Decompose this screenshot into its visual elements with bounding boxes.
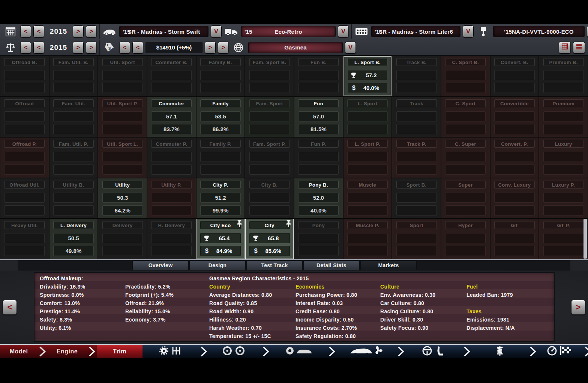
segment-fun-p[interactable]: Fun P. [294, 138, 343, 177]
segment-luxury-p[interactable]: Luxury P. [539, 178, 588, 218]
panel-next-button[interactable]: > [571, 300, 585, 315]
grid-view-button[interactable] [559, 42, 571, 54]
segment-offroad-p[interactable]: Offroad P. [0, 138, 49, 177]
segment-city-b[interactable]: City B. [245, 178, 294, 218]
segment-fam-util-b[interactable]: Fam. Util. B. [50, 56, 98, 96]
segment-track-p[interactable]: Track P. [392, 138, 441, 177]
nav-stage-wheels[interactable] [208, 345, 261, 358]
segment-l-sport[interactable]: L. Sport [344, 97, 392, 137]
year-back-fast-button[interactable]: < [20, 25, 31, 37]
segment-commuter-p[interactable]: Commuter P. [147, 138, 196, 177]
tab-markets[interactable]: Markets [360, 260, 417, 270]
segment-conv-luxury[interactable]: Conv. Luxury [490, 178, 539, 218]
segment-gt-p[interactable]: GT P. [539, 219, 588, 259]
segment-util-sport-p[interactable]: Util. Sport P. [98, 97, 147, 137]
pin-icon[interactable] [236, 220, 243, 229]
engine-family-dropdown[interactable]: '16 SR - Madrias - Storm Liter6 [371, 26, 460, 37]
segment-fam-sport-b[interactable]: Fam. Sport B. [245, 56, 294, 96]
segment-hyper[interactable]: Hyper [441, 219, 490, 259]
segment-c-super[interactable]: C. Super [441, 138, 490, 177]
segment-commuter[interactable]: Commuter57.183.7% [147, 97, 196, 137]
grid-scrollbar[interactable] [584, 219, 587, 259]
compare-year-back-fast-button[interactable]: < [20, 42, 31, 54]
segment-gt[interactable]: GT [490, 219, 539, 259]
pin-icon[interactable] [285, 220, 292, 229]
year-back-button[interactable]: < [33, 25, 44, 37]
segment-heavy-util[interactable]: Heavy Util. [0, 219, 49, 259]
nav-stage-model[interactable]: Model [0, 345, 38, 358]
segment-super[interactable]: Super [441, 178, 490, 218]
model-dropdown-toggle[interactable]: V [211, 25, 222, 37]
segment-track-b[interactable]: Track B. [392, 56, 441, 96]
nav-stage-trim[interactable]: Trim [97, 345, 142, 358]
tab-detail-stats[interactable]: Detail Stats [303, 260, 360, 270]
tab-test-track[interactable]: Test Track [246, 260, 303, 270]
segment-premium-b[interactable]: Premium B. [539, 56, 588, 96]
segment-fam-sport-p[interactable]: Fam. Sport P. [245, 138, 294, 177]
segment-offroad[interactable]: Offroad [0, 97, 49, 137]
segment-l-delivery[interactable]: L. Delivery50.549.8% [50, 219, 98, 259]
trim-dropdown[interactable]: '15 Eco-Retro [241, 26, 336, 37]
segment-c-sport-b[interactable]: C. Sport B. [441, 56, 490, 96]
list-view-button[interactable] [573, 42, 585, 54]
segment-util-sport[interactable]: Util. Sport [98, 56, 147, 96]
segment-family[interactable]: Family53.586.2% [196, 97, 245, 137]
segment-track[interactable]: Track [392, 97, 441, 137]
segment-utility-b[interactable]: Utility B. [50, 178, 98, 218]
panel-prev-button[interactable]: < [3, 300, 17, 315]
segment-sport-b[interactable]: Sport B. [392, 178, 441, 218]
engine-family-dropdown-toggle[interactable]: V [463, 25, 474, 37]
segment-city-eco[interactable]: City Eco65.4$84.9% [196, 219, 245, 259]
segment-utility-p[interactable]: Utility P. [147, 178, 196, 218]
engine-variant-dropdown[interactable]: '15NA-DI-VVTL-9000-ECO [493, 26, 585, 37]
year-forward-button[interactable]: > [73, 25, 84, 37]
segment-delivery[interactable]: Delivery [98, 219, 147, 259]
price-up-fast-button[interactable]: > [218, 42, 229, 54]
nav-stage-engine[interactable]: Engine [47, 345, 87, 358]
segment-fam-util-p[interactable]: Fam. Util. P. [50, 138, 98, 177]
segment-utility[interactable]: Utility50.364.2% [98, 178, 147, 218]
segment-util-sport-l[interactable]: Util. Sport L. [98, 138, 147, 177]
segment-family-p[interactable]: Family P. [196, 138, 245, 177]
segment-sport[interactable]: Sport [392, 219, 441, 259]
segment-premium[interactable]: Premium [539, 97, 588, 137]
tab-overview[interactable]: Overview [132, 260, 189, 270]
compare-year-forward-button[interactable]: > [73, 42, 84, 54]
segment-convert-b[interactable]: Convert. B. [490, 56, 539, 96]
segment-pony-b[interactable]: Pony B.52.040.0% [294, 178, 343, 218]
segment-fun-b[interactable]: Fun B. [294, 56, 343, 96]
price-down-button[interactable]: < [132, 42, 143, 54]
segment-luxury[interactable]: Luxury [539, 138, 588, 177]
segment-fun[interactable]: Fun57.081.5% [294, 97, 343, 137]
compare-year-back-button[interactable]: < [33, 42, 44, 54]
region-dropdown-toggle[interactable]: V [345, 42, 356, 54]
segment-muscle[interactable]: Muscle [344, 178, 392, 218]
segment-fam-util[interactable]: Fam. Util. [50, 97, 98, 137]
segment-convertible[interactable]: Convertible [490, 97, 539, 137]
price-up-button[interactable]: > [205, 42, 216, 54]
model-dropdown[interactable]: '15 SR - Madrias - Storm Swift [119, 26, 208, 37]
nav-stage-aero-cooling[interactable] [337, 345, 396, 358]
segment-city-p[interactable]: City P.51.299.9% [196, 178, 245, 218]
segment-offroad-b[interactable]: Offroad B. [0, 56, 49, 96]
segment-pony[interactable]: Pony [294, 219, 343, 259]
nav-stage-suspension[interactable] [472, 345, 528, 358]
segment-muscle-p[interactable]: Muscle P. [344, 219, 392, 259]
segment-l-sport-b[interactable]: L. Sport B.57.2$40.0% [344, 56, 392, 96]
trim-dropdown-toggle[interactable]: V [338, 25, 349, 37]
segment-family-b[interactable]: Family B. [196, 56, 245, 96]
segment-city[interactable]: City65.8$85.6% [245, 219, 294, 259]
year-forward-fast-button[interactable]: > [86, 25, 97, 37]
nav-stage-transmission[interactable] [142, 345, 199, 358]
segment-c-sport[interactable]: C. Sport [441, 97, 490, 137]
region-dropdown[interactable]: Gasmea [248, 42, 343, 53]
segment-fam-sport[interactable]: Fam. Sport [245, 97, 294, 137]
segment-l-sport-p[interactable]: L. Sport P. [344, 138, 392, 177]
segment-offroad-util[interactable]: Offroad Util. [0, 178, 49, 218]
nav-stage-test-results[interactable] [538, 345, 583, 358]
tab-design[interactable]: Design [189, 260, 246, 270]
segment-h-delivery[interactable]: H. Delivery [147, 219, 196, 259]
nav-stage-brakes[interactable] [271, 345, 327, 358]
nav-stage-interior[interactable] [406, 345, 462, 358]
compare-year-forward-fast-button[interactable]: > [86, 42, 97, 54]
